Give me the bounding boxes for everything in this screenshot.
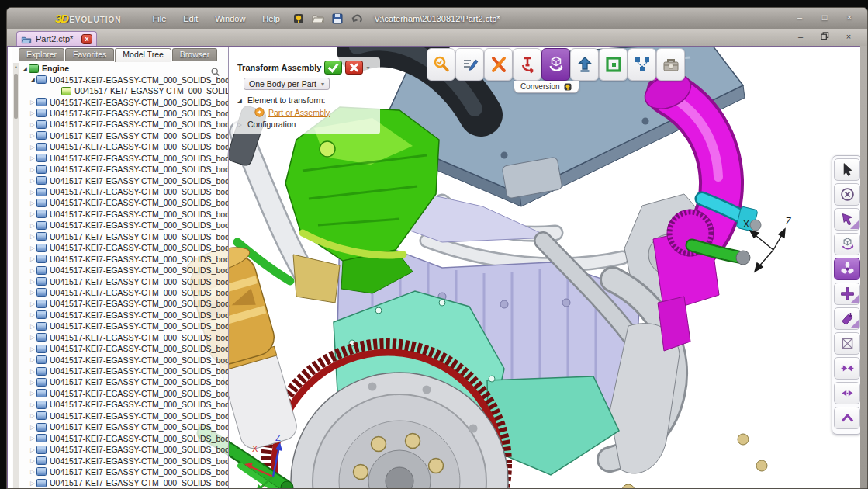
tree-item[interactable]: ▷U041517-KEI7-EGASSY-CTM_000_SOLIDS_body…: [19, 96, 228, 107]
hint-icon[interactable]: [563, 82, 572, 92]
tree-item[interactable]: ▷U041517-KEI7-EGASSY-CTM_000_SOLIDS_body…: [19, 432, 228, 443]
expander-icon[interactable]: ▷: [29, 412, 36, 419]
tab-browser[interactable]: Browser: [172, 48, 218, 61]
tree-item[interactable]: ▷U041517-KEI7-EGASSY-CTM_000_SOLIDS_body…: [19, 164, 228, 175]
select-arrow-button[interactable]: [834, 158, 860, 181]
deselect-circle-x-button[interactable]: [834, 183, 860, 206]
titlebar[interactable]: 3D EVOLUTION FileEditWindowHelp V:\cater…: [7, 8, 867, 29]
tree-item[interactable]: ▷U041517-KEI7-EGASSY-CTM_000_SOLIDS_body…: [19, 343, 228, 354]
expander-icon[interactable]: ▷: [29, 345, 36, 352]
confirm-button[interactable]: [324, 61, 342, 75]
collapse-up-button[interactable]: [834, 407, 860, 429]
document-close-button[interactable]: ×: [842, 32, 855, 43]
hint-icon[interactable]: [292, 12, 305, 25]
element-section[interactable]: ◢ Element to transform:: [237, 95, 375, 105]
cancel-button[interactable]: [345, 61, 363, 75]
expander-icon[interactable]: ▷: [29, 323, 36, 330]
tree-item[interactable]: ▷U041517-KEI7-EGASSY-CTM_000_SOLIDS_body…: [19, 477, 228, 488]
expander-icon[interactable]: ▷: [29, 222, 36, 229]
tree-item[interactable]: ▷U041517-KEI7-EGASSY-CTM_000_SOLIDS_body…: [19, 354, 228, 365]
tree-item[interactable]: ▷U041517-KEI7-EGASSY-CTM_000_SOLIDS_body…: [19, 298, 228, 309]
tree-item[interactable]: ▷U041517-KEI7-EGASSY-CTM_000_SOLIDS_body…: [19, 220, 228, 231]
scroll-up-icon[interactable]: ▲: [13, 64, 19, 69]
tab-favorites[interactable]: Favorites: [65, 48, 114, 61]
expander-icon[interactable]: ▷: [29, 424, 36, 431]
expander-icon[interactable]: ▷: [29, 99, 36, 106]
tree-item[interactable]: ▷U041517-KEI7-EGASSY-CTM_000_SOLIDS_body…: [19, 119, 228, 130]
expander-icon[interactable]: ▷: [29, 334, 36, 341]
tree-item[interactable]: ▷U041517-KEI7-EGASSY-CTM_000_SOLIDS_body…: [19, 388, 228, 399]
expander-icon[interactable]: ▷: [29, 468, 36, 475]
expander-icon[interactable]: ▷: [29, 446, 36, 453]
tree-item[interactable]: ▷U041517-KEI7-EGASSY-CTM_000_SOLIDS_body…: [19, 276, 228, 286]
tree-item[interactable]: ◢Engine: [19, 63, 228, 74]
body-per-part-dropdown[interactable]: One Body per Part ▾: [244, 78, 330, 90]
expander-icon[interactable]: ▷: [29, 356, 36, 363]
expander-icon[interactable]: ▷: [29, 289, 36, 296]
menu-help[interactable]: Help: [262, 14, 280, 23]
tree-item[interactable]: ▷U041517-KEI7-EGASSY-CTM_000_SOLIDS_body…: [19, 421, 228, 432]
tree-item[interactable]: ▷U041517-KEI7-EGASSY-CTM_000_SOLIDS_body…: [19, 444, 228, 455]
explode-fan-button[interactable]: [834, 258, 860, 280]
configuration-section[interactable]: ▷ Configuration: [237, 120, 375, 129]
tree-item[interactable]: ▷U041517-KEI7-EGASSY-CTM_000_SOLIDS_body…: [19, 376, 228, 387]
inspect-check-button[interactable]: [427, 48, 455, 81]
conversion-cube-button[interactable]: [541, 48, 570, 81]
repair-tools-button[interactable]: [484, 48, 513, 81]
maximize-button[interactable]: □: [818, 12, 832, 23]
tree-item[interactable]: ▷U041517-KEI7-EGASSY-CTM_000_SOLIDS_body…: [19, 231, 228, 242]
expander-icon[interactable]: ▷: [29, 154, 36, 161]
undo-icon[interactable]: [351, 12, 363, 25]
minimize-button[interactable]: –: [793, 12, 807, 23]
document-restore-button[interactable]: [818, 32, 831, 43]
expander-icon[interactable]: ▷: [29, 480, 36, 487]
collapse-horizontal-button[interactable]: [834, 357, 860, 380]
tree-item[interactable]: ▷U041517-KEI7-EGASSY-CTM_000_SOLIDS_body…: [19, 411, 228, 421]
annotate-edit-button[interactable]: [455, 48, 484, 81]
tab-close-button[interactable]: x: [81, 34, 92, 44]
expander-icon[interactable]: ▷: [29, 368, 36, 375]
tree-scrollbar[interactable]: ▲: [13, 63, 19, 488]
tree-item[interactable]: U041517-KEI7-EGASSY-CTM_000_SOLIDS_body1: [19, 85, 228, 96]
tree-item[interactable]: ▷U041517-KEI7-EGASSY-CTM_000_SOLIDS_body…: [19, 209, 228, 220]
tree-item[interactable]: ▷U041517-KEI7-EGASSY-CTM_000_SOLIDS_body…: [19, 175, 228, 186]
expander-icon[interactable]: ▷: [29, 166, 36, 173]
expander-icon[interactable]: ▷: [29, 132, 36, 139]
rotate-cube-button[interactable]: [834, 233, 860, 255]
tab-explorer[interactable]: Explorer: [19, 48, 64, 61]
close-button[interactable]: ×: [842, 12, 856, 23]
expander-icon[interactable]: ▷: [29, 255, 36, 262]
tree-item[interactable]: ▷U041517-KEI7-EGASSY-CTM_000_SOLIDS_body…: [19, 197, 228, 208]
pick-element-button[interactable]: [834, 208, 860, 231]
part-or-assembly-link[interactable]: Part or Assembly: [268, 108, 330, 117]
tree-item[interactable]: ▷U041517-KEI7-EGASSY-CTM_000_SOLIDS_body…: [19, 287, 228, 298]
expander-icon[interactable]: ▷: [29, 300, 36, 307]
document-minimize-button[interactable]: –: [794, 32, 807, 43]
expander-icon[interactable]: ▷: [29, 311, 36, 318]
toolbox-button[interactable]: [656, 48, 685, 81]
add-plus-button[interactable]: [834, 283, 860, 305]
panel-menu-caret[interactable]: ▾: [366, 64, 369, 71]
menu-edit[interactable]: Edit: [183, 14, 198, 23]
viewport-3d[interactable]: X Z X Z ExplorerFavoritesModel TreeBrows…: [7, 46, 860, 488]
bounding-box-button[interactable]: [834, 332, 860, 355]
tree-item[interactable]: ▷U041517-KEI7-EGASSY-CTM_000_SOLIDS_body…: [19, 466, 228, 477]
menu-window[interactable]: Window: [215, 14, 245, 23]
expander-icon[interactable]: ▷: [29, 401, 36, 408]
apply-material-button[interactable]: [834, 307, 860, 330]
expander-icon[interactable]: ▷: [29, 267, 36, 274]
tree-item[interactable]: ▷U041517-KEI7-EGASSY-CTM_000_SOLIDS_body…: [19, 253, 228, 264]
expander-icon[interactable]: ▷: [29, 244, 36, 251]
scrollbar-thumb[interactable]: [14, 74, 18, 119]
export-upload-button[interactable]: [570, 48, 599, 81]
menu-file[interactable]: File: [153, 14, 167, 23]
expander-icon[interactable]: ▷: [29, 233, 36, 240]
expander-icon[interactable]: ◢: [237, 97, 244, 104]
expand-horizontal-button[interactable]: [834, 382, 860, 404]
expander-icon[interactable]: ▷: [29, 121, 36, 128]
tree-item[interactable]: ◢U041517-KEI7-EGASSY-CTM_000_SOLIDS_body…: [19, 74, 228, 85]
tree-item[interactable]: ▷U041517-KEI7-EGASSY-CTM_000_SOLIDS_body…: [19, 108, 228, 119]
expander-icon[interactable]: ▷: [29, 199, 36, 206]
part-or-assembly-row[interactable]: Part or Assembly: [254, 107, 375, 117]
expander-icon[interactable]: ▷: [29, 189, 36, 196]
